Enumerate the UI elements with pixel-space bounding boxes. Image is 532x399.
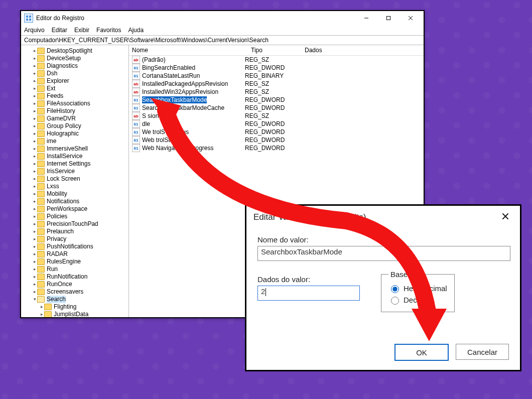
expand-caret-icon[interactable]: ▸ (32, 77, 37, 85)
tree-item[interactable]: ▸PenWorkspace (32, 205, 128, 213)
expand-caret-icon[interactable]: ▸ (32, 55, 37, 62)
expand-caret-icon[interactable]: ▸ (32, 62, 37, 70)
tree-item[interactable]: ▸DeviceSetup (32, 55, 128, 62)
value-row[interactable]: 01We trolS ryStatusREG_DWORD (129, 128, 424, 136)
expand-caret-icon[interactable]: ▸ (32, 213, 37, 220)
maximize-button[interactable] (377, 11, 400, 25)
tree-item[interactable]: ▸ImmersiveShell (32, 145, 128, 153)
radio-hex-input[interactable] (391, 285, 399, 293)
tree-item[interactable]: ▸GameDVR (32, 115, 128, 122)
tree-item[interactable]: ▸Notifications (32, 198, 128, 205)
expand-caret-icon[interactable]: ▸ (32, 190, 37, 198)
expand-caret-icon[interactable]: ▸ (32, 153, 37, 160)
ok-button[interactable]: OK (394, 344, 449, 361)
menu-arquivo[interactable]: Arquivo (24, 27, 45, 34)
expand-caret-icon[interactable]: ▸ (32, 220, 37, 228)
tree-item[interactable]: ▸Prelaunch (32, 228, 128, 235)
expand-caret-icon[interactable]: ▸ (32, 228, 37, 235)
tree-item[interactable]: ▸Lock Screen (32, 175, 128, 183)
col-nome[interactable]: Nome (129, 45, 248, 55)
value-row[interactable]: 01SearchboxTaskbarModeREG_DWORD (129, 96, 424, 104)
tree-item[interactable]: ▸Internet Settings (32, 160, 128, 168)
tree-item[interactable]: ▸Flighting (39, 303, 128, 311)
expand-caret-icon[interactable]: ▸ (32, 288, 37, 296)
tree-item[interactable]: ▸Holographic (32, 130, 128, 138)
expand-caret-icon[interactable]: ▸ (32, 47, 37, 55)
expand-caret-icon[interactable]: ▸ (39, 311, 44, 317)
expand-caret-icon[interactable]: ▸ (32, 145, 37, 153)
expand-caret-icon[interactable]: ▸ (32, 160, 37, 168)
tree-item[interactable]: ▸Mobility (32, 190, 128, 198)
menu-exibir[interactable]: Exibir (74, 27, 89, 34)
value-row[interactable]: 01Web NavigationInProgressREG_DWORD (129, 144, 424, 152)
tree-item[interactable]: ▸Policies (32, 213, 128, 220)
expand-caret-icon[interactable]: ▸ (32, 205, 37, 213)
menu-editar[interactable]: Editar (52, 27, 67, 34)
expand-caret-icon[interactable]: ▸ (32, 85, 37, 92)
tree-item[interactable]: ▸InstallService (32, 153, 128, 160)
expand-caret-icon[interactable]: ▸ (32, 168, 37, 175)
tree-item[interactable]: ▸RunOnce (32, 281, 128, 288)
expand-caret-icon[interactable]: ▸ (39, 303, 44, 311)
address-bar[interactable]: Computador\HKEY_CURRENT_USER\Software\Mi… (21, 35, 424, 45)
expand-caret-icon[interactable]: ▸ (32, 198, 37, 205)
expand-caret-icon[interactable]: ▸ (32, 265, 37, 273)
tree-item[interactable]: ▸RulesEngine (32, 258, 128, 265)
minimize-button[interactable] (355, 11, 377, 25)
tree-item[interactable]: ▸PrecisionTouchPad (32, 220, 128, 228)
cancel-button[interactable]: Cancelar (456, 344, 509, 360)
expand-caret-icon[interactable]: ▸ (32, 92, 37, 100)
expand-caret-icon[interactable]: ▾ (32, 296, 37, 303)
col-dados[interactable]: Dados (302, 45, 424, 55)
expand-caret-icon[interactable]: ▸ (32, 175, 37, 183)
expand-caret-icon[interactable]: ▸ (32, 235, 37, 243)
tree-item[interactable]: ▸JumplistData (39, 311, 128, 317)
col-tipo[interactable]: Tipo (248, 45, 302, 55)
tree-item[interactable]: ▸IrisService (32, 168, 128, 175)
tree-item[interactable]: ▸Privacy (32, 235, 128, 243)
tree-item[interactable]: ▸RADAR (32, 250, 128, 258)
expand-caret-icon[interactable]: ▸ (32, 243, 37, 250)
tree-item[interactable]: ▸ime (32, 138, 128, 145)
expand-caret-icon[interactable]: ▸ (32, 258, 37, 265)
value-row[interactable]: 01 dleREG_DWORD (129, 120, 424, 128)
expand-caret-icon[interactable]: ▸ (32, 107, 37, 115)
value-row[interactable]: abS sionREG_SZ (129, 112, 424, 120)
tree-item[interactable]: ▾Search▸Flighting▸JumplistData (32, 296, 128, 317)
value-data-input[interactable]: 2 (257, 286, 360, 301)
tree-item[interactable]: ▸PushNotifications (32, 243, 128, 250)
expand-caret-icon[interactable]: ▸ (32, 183, 37, 190)
tree-item[interactable]: ▸Diagnostics (32, 62, 128, 70)
tree-item[interactable]: ▸Group Policy (32, 122, 128, 130)
tree-item[interactable]: ▸Feeds (32, 92, 128, 100)
expand-caret-icon[interactable]: ▸ (32, 273, 37, 281)
tree-item[interactable]: ▸Ext (32, 85, 128, 92)
tree-item[interactable]: ▸RunNotification (32, 273, 128, 281)
tree-item[interactable]: ▸FileHistory (32, 107, 128, 115)
value-row[interactable]: 01Web trolStatusREG_DWORD (129, 136, 424, 144)
expand-caret-icon[interactable]: ▸ (32, 281, 37, 288)
tree-item[interactable]: ▸Dsh (32, 70, 128, 77)
tree-item[interactable]: ▸DesktopSpotlight (32, 47, 128, 55)
value-row[interactable]: abInstalledPackagedAppsRevisionREG_SZ (129, 80, 424, 88)
radio-dec[interactable]: Decimal (388, 295, 447, 305)
value-row[interactable]: abInstalledWin32AppsRevisionREG_SZ (129, 88, 424, 96)
value-row[interactable]: 01BingSearchEnabledREG_DWORD (129, 64, 424, 72)
expand-caret-icon[interactable]: ▸ (32, 250, 37, 258)
menu-favoritos[interactable]: Favoritos (96, 27, 121, 34)
value-row[interactable]: ab(Padrão)REG_SZ (129, 56, 424, 64)
expand-caret-icon[interactable]: ▸ (32, 130, 37, 138)
dialog-close-button[interactable] (498, 210, 513, 224)
value-row[interactable]: 01SearchboxTaskbarModeCacheREG_DWORD (129, 104, 424, 112)
tree-pane[interactable]: ▸DesktopSpotlight▸DeviceSetup▸Diagnostic… (21, 45, 129, 317)
value-row[interactable]: 01CortanaStateLastRunREG_BINARY (129, 72, 424, 80)
tree-item[interactable]: ▸Explorer (32, 77, 128, 85)
radio-hex[interactable]: Hexadecimal (388, 284, 447, 293)
expand-caret-icon[interactable]: ▸ (32, 122, 37, 130)
expand-caret-icon[interactable]: ▸ (32, 100, 37, 107)
expand-caret-icon[interactable]: ▸ (32, 138, 37, 145)
expand-caret-icon[interactable]: ▸ (32, 70, 37, 77)
close-button[interactable] (400, 11, 422, 25)
menu-ajuda[interactable]: Ajuda (128, 27, 144, 34)
radio-dec-input[interactable] (391, 297, 399, 305)
